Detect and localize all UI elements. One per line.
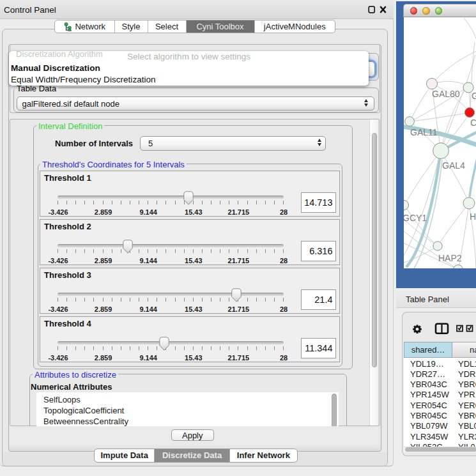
svg-text:GAL80: GAL80 (432, 89, 460, 99)
svg-text:GAL11: GAL11 (410, 127, 438, 137)
svg-text:H: H (470, 211, 476, 222)
svg-text:C: C (470, 118, 476, 128)
svg-text:GAL4: GAL4 (442, 160, 465, 171)
svg-text:GA: GA (472, 91, 476, 101)
svg-text:GCY1: GCY1 (404, 213, 427, 223)
svg-text:HAP2: HAP2 (438, 253, 462, 263)
